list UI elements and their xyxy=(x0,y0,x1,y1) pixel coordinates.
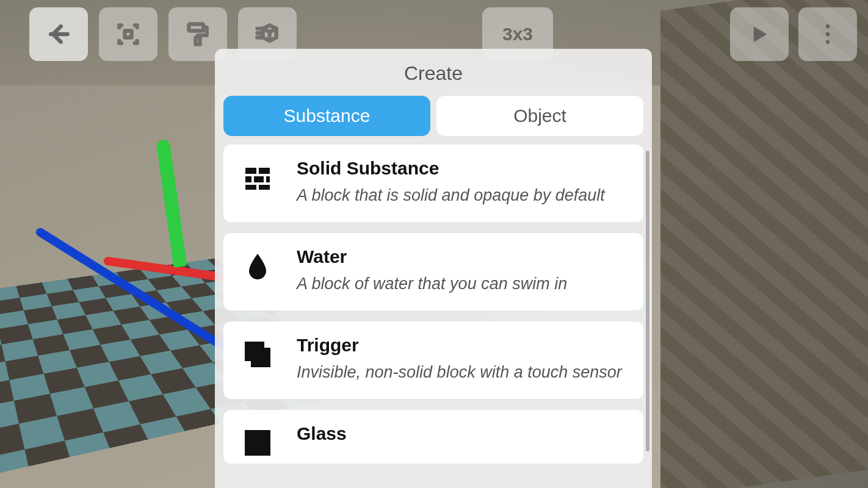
list-item-title: Solid Substance xyxy=(297,158,626,179)
svg-rect-1 xyxy=(189,24,203,31)
list-item-desc: A block that is solid and opaque by defa… xyxy=(297,185,626,206)
glass-icon xyxy=(241,426,275,460)
tab-substance[interactable]: Substance xyxy=(223,96,430,136)
bricks-icon xyxy=(241,160,275,195)
cube-plus-icon xyxy=(254,21,281,48)
more-vertical-icon xyxy=(814,21,841,48)
svg-point-3 xyxy=(826,24,830,29)
substance-list[interactable]: Solid Substance A block that is solid an… xyxy=(215,145,652,488)
list-item-desc: Invisible, non-solid block with a touch … xyxy=(297,362,626,383)
arrow-left-icon xyxy=(45,21,72,48)
grid-size-label: 3x3 xyxy=(502,24,533,45)
list-item-text: Water A block of water that you can swim… xyxy=(297,246,626,295)
list-item-text: Glass xyxy=(297,423,626,450)
wall-right xyxy=(660,0,868,488)
list-item[interactable]: Glass xyxy=(223,410,643,464)
overlap-icon xyxy=(241,337,275,371)
svg-rect-9 xyxy=(254,176,264,182)
list-item-title: Trigger xyxy=(297,335,626,356)
svg-point-4 xyxy=(826,32,830,37)
play-button[interactable] xyxy=(730,7,789,61)
svg-rect-8 xyxy=(245,176,251,182)
tab-object-label: Object xyxy=(513,106,566,126)
list-item-title: Water xyxy=(297,246,626,267)
list-item-title: Glass xyxy=(297,423,626,444)
modal-title: Create xyxy=(215,49,652,96)
select-tool-button[interactable] xyxy=(99,7,157,61)
svg-rect-2 xyxy=(195,38,200,45)
scrollbar[interactable] xyxy=(646,151,649,451)
list-item-desc: A block of water that you can swim in xyxy=(297,273,626,295)
svg-rect-0 xyxy=(125,31,132,38)
drop-icon xyxy=(241,249,275,283)
svg-rect-7 xyxy=(259,168,270,174)
play-icon xyxy=(746,21,773,48)
svg-rect-12 xyxy=(259,185,270,190)
svg-rect-6 xyxy=(245,168,256,174)
list-item-text: Trigger Invisible, non-solid block with … xyxy=(297,335,626,383)
list-item[interactable]: Water A block of water that you can swim… xyxy=(223,233,643,310)
svg-rect-10 xyxy=(266,176,270,182)
create-modal: Create Substance Object Solid Substance … xyxy=(215,49,652,488)
back-button[interactable] xyxy=(29,7,88,61)
overflow-menu-button[interactable] xyxy=(798,7,857,61)
tab-substance-label: Substance xyxy=(284,106,371,126)
list-item-text: Solid Substance A block that is solid an… xyxy=(297,158,626,206)
svg-rect-14 xyxy=(253,350,269,365)
paint-roller-icon xyxy=(184,21,211,48)
tab-object[interactable]: Object xyxy=(436,96,643,136)
svg-point-5 xyxy=(826,40,830,45)
list-item[interactable]: Trigger Invisible, non-solid block with … xyxy=(223,321,643,399)
list-item[interactable]: Solid Substance A block that is solid an… xyxy=(223,145,643,222)
svg-rect-11 xyxy=(245,185,256,190)
create-tab-bar: Substance Object xyxy=(215,96,652,145)
selection-icon xyxy=(115,21,142,48)
